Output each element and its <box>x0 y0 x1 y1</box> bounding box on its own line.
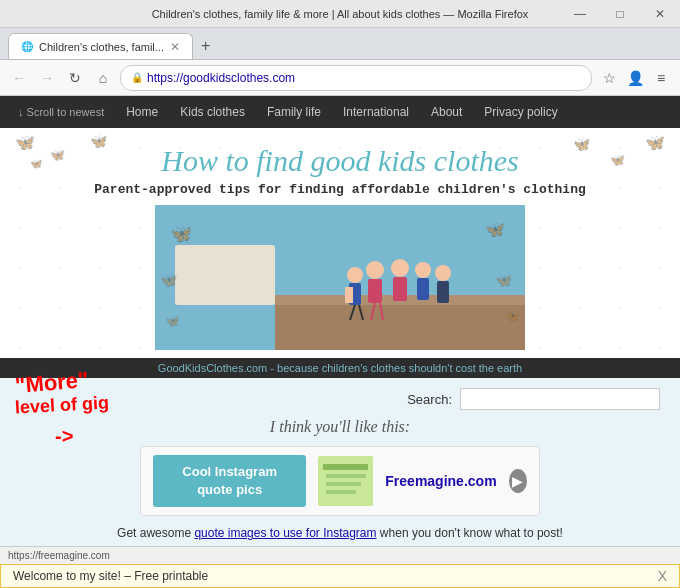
promo-text[interactable]: Cool Instagram quote pics <box>153 455 306 507</box>
svg-rect-9 <box>368 279 382 303</box>
svg-text:🦋: 🦋 <box>485 220 505 239</box>
promo-link[interactable]: quote images to use for Instagram <box>194 526 376 540</box>
tab-favicon: 🌐 <box>21 41 33 52</box>
svg-point-12 <box>415 262 431 278</box>
svg-text:🦋: 🦋 <box>505 308 520 323</box>
tab-bar: 🌐 Children's clothes, famil... ✕ + <box>0 28 680 60</box>
status-bar: https://freemagine.com <box>0 546 680 564</box>
home-button[interactable]: ⌂ <box>92 67 114 89</box>
back-button[interactable]: ← <box>8 67 30 89</box>
promo-description: Get awesome quote images to use for Inst… <box>20 526 660 540</box>
promo-site[interactable]: Freemagine.com <box>385 473 496 489</box>
welcome-close-button[interactable]: X <box>658 568 667 584</box>
tab-label: Children's clothes, famil... <box>39 41 164 53</box>
svg-rect-1 <box>175 245 275 305</box>
svg-text:🦋: 🦋 <box>170 223 193 245</box>
site-subtitle: Parent-approved tips for finding afforda… <box>0 182 680 197</box>
close-window-button[interactable]: ✕ <box>640 0 680 27</box>
nav-family-life[interactable]: Family life <box>257 101 331 123</box>
promo-arrow-button[interactable]: ▶ <box>509 469 527 493</box>
search-input[interactable] <box>460 388 660 410</box>
promo-desc-before: Get awesome <box>117 526 194 540</box>
svg-rect-7 <box>345 287 353 303</box>
promo-desc-after: when you don't know what to post! <box>377 526 563 540</box>
svg-text:🦋: 🦋 <box>160 272 178 289</box>
new-tab-button[interactable]: + <box>193 33 218 59</box>
browser-title: Children's clothes, family life & more |… <box>152 8 529 20</box>
svg-point-14 <box>435 265 451 281</box>
browser-titlebar: Children's clothes, family life & more |… <box>0 0 680 28</box>
lock-icon: 🔒 <box>131 72 143 83</box>
search-label: Search: <box>407 392 452 407</box>
minimize-button[interactable]: — <box>560 0 600 27</box>
svg-text:🦋: 🦋 <box>495 272 513 289</box>
active-tab[interactable]: 🌐 Children's clothes, famil... ✕ <box>8 33 193 59</box>
promo-box: Cool Instagram quote pics Freemagine.com… <box>140 446 540 516</box>
svg-rect-28 <box>326 474 366 478</box>
svg-text:🦋: 🦋 <box>165 313 180 328</box>
search-row: Search: <box>20 388 660 410</box>
tagline-bar: GoodKidsClothes.com - because children's… <box>0 358 680 378</box>
menu-button[interactable]: ≡ <box>650 67 672 89</box>
address-text: https://goodkidsclothes.com <box>147 71 581 85</box>
svg-point-5 <box>347 267 363 283</box>
svg-rect-11 <box>393 277 407 301</box>
svg-rect-15 <box>437 281 449 303</box>
address-bar: ← → ↻ ⌂ 🔒 https://goodkidsclothes.com ☆ … <box>0 60 680 96</box>
svg-rect-13 <box>417 278 429 300</box>
bookmark-button[interactable]: ☆ <box>598 67 620 89</box>
nav-home[interactable]: Home <box>116 101 168 123</box>
nav-about[interactable]: About <box>421 101 472 123</box>
nav-kids-clothes[interactable]: Kids clothes <box>170 101 255 123</box>
svg-rect-30 <box>326 490 356 494</box>
rec-heading: I think you'll like this: <box>20 418 660 436</box>
site-title: How to find good kids clothes <box>0 144 680 178</box>
tab-close-icon[interactable]: ✕ <box>170 40 180 54</box>
nav-international[interactable]: International <box>333 101 419 123</box>
nav-privacy[interactable]: Privacy policy <box>474 101 567 123</box>
site-nav: ↓ Scroll to newest Home Kids clothes Fam… <box>0 96 680 128</box>
refresh-button[interactable]: ↻ <box>64 67 86 89</box>
svg-rect-26 <box>318 456 373 506</box>
svg-point-10 <box>391 259 409 277</box>
forward-button[interactable]: → <box>36 67 58 89</box>
svg-rect-29 <box>326 482 361 486</box>
svg-point-8 <box>366 261 384 279</box>
page-wrapper: Children's clothes, family life & more |… <box>0 0 680 588</box>
user-button[interactable]: 👤 <box>624 67 646 89</box>
hero-image: 🦋 🦋 🦋 🦋 🦋 🦋 <box>155 205 525 350</box>
promo-image <box>318 456 373 506</box>
toolbar-icons: ☆ 👤 ≡ <box>598 67 672 89</box>
window-controls: — □ ✕ <box>560 0 680 27</box>
welcome-text: Welcome to my site! – Free printable <box>13 569 208 583</box>
maximize-button[interactable]: □ <box>600 0 640 27</box>
welcome-bar: Welcome to my site! – Free printable X <box>0 564 680 588</box>
svg-rect-3 <box>275 300 525 350</box>
status-url: https://freemagine.com <box>8 550 110 561</box>
svg-rect-27 <box>323 464 368 470</box>
scroll-to-newest[interactable]: ↓ Scroll to newest <box>8 102 114 122</box>
site-header: 🦋 🦋 🦋 🦋 🦋 🦋 🦋 How to find good kids clot… <box>0 128 680 358</box>
tagline-text: GoodKidsClothes.com - because children's… <box>158 362 522 374</box>
address-input-wrap[interactable]: 🔒 https://goodkidsclothes.com <box>120 65 592 91</box>
